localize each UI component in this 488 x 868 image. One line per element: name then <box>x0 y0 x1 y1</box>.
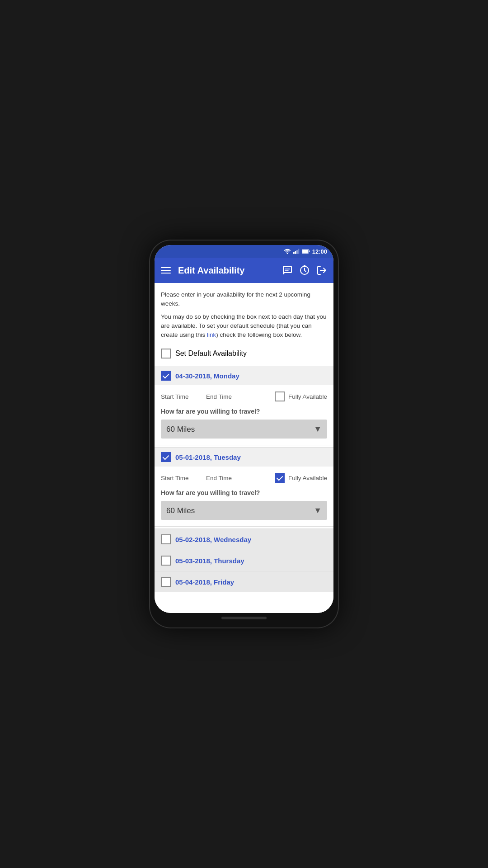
battery-icon <box>302 249 310 254</box>
day2-fully-available-checkbox[interactable] <box>275 473 285 483</box>
status-time: 12:00 <box>312 248 327 255</box>
day5-label: 05-04-2018, Friday <box>175 578 234 586</box>
status-icons: 12:00 <box>284 248 327 255</box>
day4-checkbox[interactable] <box>161 556 171 566</box>
logout-icon[interactable] <box>316 265 327 276</box>
app-title: Edit Availability <box>178 265 275 276</box>
svg-rect-3 <box>296 250 298 254</box>
day1-details: Start Time End Time Fully Available How … <box>155 385 333 445</box>
day2-label: 05-01-2018, Tuesday <box>175 453 241 461</box>
day1-travel-question: How far are you willing to travel? <box>161 408 327 415</box>
day-section-1: 04-30-2018, Monday Start Time End Time F… <box>155 366 333 445</box>
day1-fully-available-label: Fully Available <box>288 393 327 400</box>
day1-fully-available-group: Fully Available <box>275 392 327 401</box>
day3-checkbox[interactable] <box>161 534 171 544</box>
day3-row: 05-02-2018, Wednesday <box>155 529 333 550</box>
day1-miles-select-wrapper: 60 Miles 10 Miles 20 Miles 30 Miles 40 M… <box>161 420 327 439</box>
app-bar-icons <box>282 265 327 276</box>
day1-miles-select[interactable]: 60 Miles 10 Miles 20 Miles 30 Miles 40 M… <box>161 420 327 439</box>
history-icon[interactable] <box>299 265 310 276</box>
status-bar: 12:00 <box>155 245 333 258</box>
svg-rect-2 <box>295 251 296 254</box>
day-header-1: 04-30-2018, Monday <box>155 366 333 385</box>
phone-frame: 12:00 Edit Availability <box>149 240 339 628</box>
day5-checkbox[interactable] <box>161 577 171 587</box>
main-content: Please enter in your availability for th… <box>155 283 333 613</box>
day2-checkbox[interactable] <box>161 452 171 462</box>
default-availability-checkbox[interactable] <box>161 349 171 359</box>
default-availability-label: Set Default Availability <box>175 349 247 358</box>
svg-rect-1 <box>293 252 295 254</box>
day2-travel-question: How far are you willing to travel? <box>161 489 327 496</box>
day2-fully-available-group: Fully Available <box>275 473 327 483</box>
day2-miles-select[interactable]: 60 Miles 10 Miles 20 Miles 30 Miles 40 M… <box>161 501 327 520</box>
day1-fully-available-checkbox[interactable] <box>275 392 285 401</box>
day2-miles-select-wrapper: 60 Miles 10 Miles 20 Miles 30 Miles 40 M… <box>161 501 327 520</box>
signal-icon <box>293 249 300 254</box>
hamburger-menu-icon[interactable] <box>161 267 171 274</box>
day2-fully-available-label: Fully Available <box>288 475 327 481</box>
day2-time-row: Start Time End Time Fully Available <box>161 473 327 483</box>
description-line2: You may do so by checking the box next t… <box>161 312 327 340</box>
wifi-icon <box>284 249 291 254</box>
home-button-bar <box>221 617 267 619</box>
unchecked-days: 05-02-2018, Wednesday 05-03-2018, Thursd… <box>155 528 333 592</box>
chat-icon[interactable] <box>282 265 293 276</box>
day3-label: 05-02-2018, Wednesday <box>175 536 251 543</box>
day1-time-row: Start Time End Time Fully Available <box>161 392 327 401</box>
day5-row: 05-04-2018, Friday <box>155 571 333 592</box>
day1-label: 04-30-2018, Monday <box>175 372 239 380</box>
description-line1: Please enter in your availability for th… <box>161 290 327 309</box>
day2-end-time-label: End Time <box>206 475 251 481</box>
day-header-2: 05-01-2018, Tuesday <box>155 448 333 467</box>
day-section-2: 05-01-2018, Tuesday Start Time End Time … <box>155 447 333 527</box>
day4-row: 05-03-2018, Thursday <box>155 550 333 571</box>
day4-label: 05-03-2018, Thursday <box>175 557 244 565</box>
default-availability-row: Set Default Availability <box>155 343 333 364</box>
app-bar: Edit Availability <box>155 258 333 283</box>
day1-start-time-label: Start Time <box>161 393 206 400</box>
day1-end-time-label: End Time <box>206 393 251 400</box>
svg-rect-6 <box>309 250 310 252</box>
svg-rect-4 <box>298 249 299 254</box>
day2-start-time-label: Start Time <box>161 475 206 481</box>
svg-point-0 <box>286 253 288 254</box>
day2-details: Start Time End Time Fully Available How … <box>155 467 333 526</box>
link[interactable]: link <box>207 331 216 338</box>
day1-checkbox[interactable] <box>161 371 171 381</box>
phone-screen: 12:00 Edit Availability <box>155 245 333 613</box>
svg-rect-7 <box>302 250 308 253</box>
description-text: Please enter in your availability for th… <box>155 283 333 343</box>
